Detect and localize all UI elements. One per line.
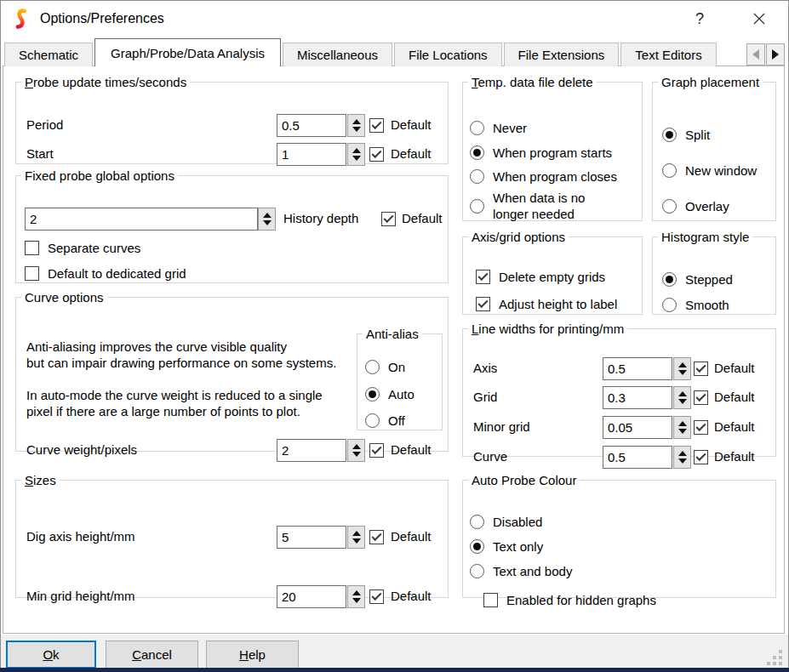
minor-grid-width-spinner[interactable] — [673, 416, 691, 439]
start-default-checkbox[interactable] — [369, 147, 384, 162]
grid-width-input[interactable] — [603, 386, 672, 409]
histogram-stepped-option[interactable]: Stepped — [662, 272, 733, 287]
grid-width-default-checkbox[interactable] — [694, 390, 708, 405]
dedicated-grid-checkbox[interactable] — [25, 266, 39, 281]
window-title: Options/Preferences — [40, 11, 164, 26]
history-depth-input[interactable] — [25, 208, 258, 231]
curve-weight-spinner[interactable] — [347, 439, 365, 462]
spin-up-icon — [678, 391, 687, 396]
axis-width-spinner[interactable] — [673, 357, 691, 380]
dig-axis-height-spinner[interactable] — [347, 526, 365, 549]
group-histogram-style: Histogram style Stepped Smooth — [652, 230, 776, 315]
curve-width-spinner[interactable] — [673, 446, 691, 469]
default-label: Default — [391, 117, 432, 132]
hidden-graphs-checkbox[interactable] — [483, 593, 498, 607]
min-grid-default-checkbox[interactable] — [369, 589, 384, 604]
period-row: Period Default — [16, 114, 448, 137]
spin-down-icon — [678, 458, 687, 464]
tab-text-editors[interactable]: Text Editors — [620, 43, 716, 66]
start-spinner[interactable] — [347, 143, 365, 166]
help-button[interactable]: Help — [206, 641, 299, 669]
adjust-height-checkbox[interactable] — [476, 297, 490, 311]
help-titlebar-button[interactable]: ? — [680, 1, 719, 37]
history-depth-spinner[interactable] — [258, 208, 276, 231]
delete-empty-grids-option[interactable]: Delete empty grids — [476, 270, 605, 284]
curve-width-input[interactable] — [603, 446, 672, 469]
tab-miscellaneous[interactable]: Miscellaneous — [283, 43, 392, 66]
delete-never-option[interactable]: Never — [470, 121, 527, 135]
spin-up-icon — [352, 590, 361, 595]
dedicated-grid-option[interactable]: Default to dedicated grid — [25, 266, 186, 281]
axis-width-input[interactable] — [603, 357, 672, 380]
separate-curves-option[interactable]: Separate curves — [25, 241, 140, 255]
dig-axis-height-input[interactable] — [277, 526, 346, 549]
tab-graph-probe-data-analysis[interactable]: Graph/Probe/Data Analysis — [94, 38, 281, 66]
delete-when-not-needed-option[interactable]: When data is nolonger needed — [470, 190, 585, 222]
period-default-checkbox[interactable] — [369, 118, 384, 133]
history-depth-row: History depth Default — [16, 208, 448, 231]
spin-up-icon — [352, 531, 361, 536]
separate-curves-checkbox[interactable] — [25, 241, 39, 255]
resize-grip[interactable] — [767, 648, 786, 667]
curve-weight-label: Curve weight/pixels — [26, 442, 137, 457]
anti-alias-on-option[interactable]: On — [365, 360, 405, 374]
group-fixed-probe-options: Fixed probe global options History depth… — [15, 168, 449, 283]
tab-scroll-left-button[interactable] — [746, 43, 765, 65]
grid-width-row: Grid Default — [463, 386, 775, 409]
start-input[interactable] — [277, 143, 346, 166]
period-spinner[interactable] — [347, 114, 365, 137]
min-grid-height-label: Min grid height/mm — [26, 589, 135, 603]
anti-alias-auto-option[interactable]: Auto — [365, 387, 415, 401]
minor-grid-default-checkbox[interactable] — [694, 420, 708, 435]
curve-weight-default-checkbox[interactable] — [369, 443, 384, 458]
history-default-checkbox[interactable] — [381, 212, 396, 226]
period-input[interactable] — [277, 114, 346, 137]
ok-button[interactable]: Ok — [6, 641, 96, 669]
probe-colour-text-and-body-option[interactable]: Text and body — [470, 564, 572, 578]
min-grid-height-spinner[interactable] — [347, 585, 365, 608]
spin-down-icon — [352, 598, 361, 603]
delete-on-close-option[interactable]: When program closes — [470, 169, 617, 184]
curve-weight-input[interactable] — [277, 439, 346, 462]
placement-overlay-option[interactable]: Overlay — [662, 199, 729, 214]
delete-empty-grids-checkbox[interactable] — [476, 270, 490, 284]
window-bottom-edge — [0, 668, 789, 672]
spin-down-icon — [678, 399, 687, 404]
delete-on-start-option[interactable]: When program starts — [470, 145, 612, 160]
cancel-button[interactable]: Cancel — [106, 641, 198, 669]
hidden-graphs-option[interactable]: Enabled for hidden graphs — [483, 593, 656, 607]
minor-grid-width-input[interactable] — [603, 416, 672, 439]
tab-file-extensions[interactable]: File Extensions — [504, 43, 620, 66]
group-label: Curve options — [21, 290, 107, 305]
group-label: Axis/grid options — [468, 230, 569, 244]
probe-colour-disabled-option[interactable]: Disabled — [470, 515, 542, 529]
axis-width-default-checkbox[interactable] — [694, 362, 708, 376]
radio-text-and-body — [470, 564, 484, 578]
curve-width-row: Curve Default — [463, 446, 775, 469]
histogram-smooth-option[interactable]: Smooth — [662, 298, 729, 312]
min-grid-height-input[interactable] — [277, 585, 346, 608]
minor-grid-width-label: Minor grid — [473, 419, 530, 434]
default-label: Default — [391, 589, 432, 603]
tab-file-locations[interactable]: File Locations — [394, 43, 502, 66]
close-button[interactable] — [740, 1, 779, 37]
placement-new-window-option[interactable]: New window — [662, 163, 757, 178]
grid-width-spinner[interactable] — [673, 386, 691, 409]
spin-up-icon — [263, 213, 272, 218]
probe-colour-text-only-option[interactable]: Text only — [470, 539, 543, 554]
tab-schematic[interactable]: Schematic — [4, 43, 93, 66]
period-label: Period — [26, 117, 63, 132]
curve-width-default-checkbox[interactable] — [694, 450, 708, 464]
group-label: Probe update times/seconds — [21, 75, 190, 89]
dig-axis-default-checkbox[interactable] — [369, 530, 384, 544]
tab-scroll-right-button[interactable] — [766, 43, 785, 65]
adjust-height-option[interactable]: Adjust height to label — [476, 297, 617, 311]
spin-down-icon — [678, 429, 687, 434]
radio-disabled — [470, 515, 484, 529]
spin-down-icon — [352, 156, 361, 161]
group-label: Temp. data file delete — [468, 75, 597, 89]
axis-width-row: Axis Default — [463, 357, 775, 380]
spin-up-icon — [352, 119, 361, 124]
anti-alias-off-option[interactable]: Off — [365, 413, 405, 428]
placement-split-option[interactable]: Split — [662, 128, 710, 142]
